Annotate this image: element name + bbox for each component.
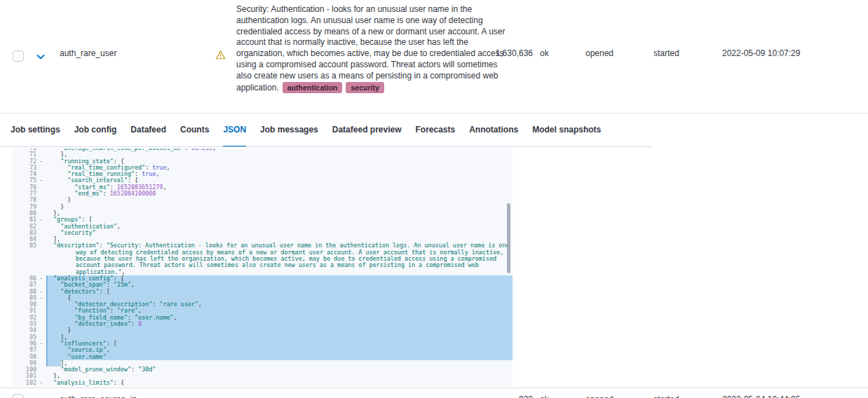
fold-toggle[interactable]: - — [36, 275, 46, 282]
tab-datafeed-preview[interactable]: Datafeed preview — [332, 114, 402, 147]
code-line: 88-"detectors": [ — [13, 289, 513, 295]
tab-json[interactable]: JSON — [223, 114, 246, 147]
tab-job-config[interactable]: Job config — [74, 114, 117, 147]
code-line: 83"security" — [13, 230, 513, 236]
code-line: 98"user.name" — [13, 354, 513, 360]
code-line: 94} — [13, 327, 513, 334]
code-text: "source.ip", — [46, 347, 513, 353]
datafeed-state: started — [653, 48, 679, 58]
line-number: 85 — [13, 242, 36, 275]
tabs-bottom-border — [0, 146, 652, 147]
fold-gutter — [36, 354, 46, 360]
memory-status: ok — [540, 48, 549, 58]
code-text: "security" — [46, 230, 513, 236]
code-text: }, — [46, 210, 513, 217]
row-divider — [0, 113, 868, 114]
code-text: } — [46, 197, 513, 203]
fold-gutter — [36, 236, 46, 242]
processed-records-count: 1,630,636 — [463, 48, 533, 58]
fold-gutter — [36, 184, 46, 191]
datafeed-state: started — [653, 394, 679, 398]
fold-gutter — [36, 308, 46, 314]
tab-annotations[interactable]: Annotations — [469, 114, 518, 147]
job-state: opened — [585, 48, 613, 58]
job-id: auth_rare_user — [60, 48, 116, 58]
code-text: "detectors": [ — [46, 289, 513, 295]
group-badge[interactable]: security — [346, 82, 384, 93]
code-text: "user.name" — [46, 354, 513, 360]
code-lines: 70"average_search_time_per_bucket_ms": 8… — [13, 149, 513, 386]
json-code-editor[interactable]: 70"average_search_time_per_bucket_ms": 8… — [13, 149, 513, 386]
fold-gutter — [36, 315, 46, 321]
row-checkbox[interactable] — [13, 50, 24, 62]
tab-forecasts[interactable]: Forecasts — [416, 114, 456, 147]
code-text: "model_prune_window": "30d" — [46, 366, 513, 373]
fold-gutter — [36, 165, 46, 171]
fold-gutter — [36, 347, 46, 353]
fold-gutter — [36, 321, 46, 327]
code-text: "description": "Security: Authentication… — [46, 242, 513, 275]
memory-status: ok — [540, 394, 549, 398]
code-line: 93"detector_index": 0 — [13, 321, 513, 327]
fold-toggle[interactable]: - — [36, 177, 46, 184]
warning-icon — [215, 50, 226, 60]
code-line: 79} — [13, 204, 513, 210]
tab-model-snapshots[interactable]: Model snapshots — [532, 114, 601, 147]
code-line: 77"end_ms": 1652084100000 — [13, 191, 513, 197]
latest-timestamp: 2022-05-09 10:07:29 — [722, 48, 800, 58]
code-text: "authentication", — [46, 224, 513, 230]
code-line: 85"description": "Security: Authenticati… — [13, 242, 513, 275]
panel-bottom-divider — [0, 387, 868, 388]
fold-gutter — [36, 230, 46, 236]
fold-toggle[interactable]: - — [36, 217, 46, 223]
fold-gutter — [36, 360, 46, 366]
group-badge[interactable]: authentication — [283, 82, 343, 93]
code-text: "end_ms": 1652084100000 — [46, 191, 513, 197]
table-row-clipped: auth_rare_source_ip 923 ok opened starte… — [0, 394, 868, 398]
latest-timestamp: 2022-05-04 10:44:05 — [722, 394, 800, 398]
tab-job-messages[interactable]: Job messages — [260, 114, 318, 147]
fold-toggle[interactable]: - — [36, 295, 46, 301]
fold-gutter — [36, 191, 46, 197]
fold-toggle[interactable]: - — [36, 380, 46, 386]
fold-gutter — [36, 301, 46, 308]
fold-gutter — [36, 197, 46, 203]
fold-gutter — [36, 204, 46, 210]
code-line: 100"model_prune_window": "30d" — [13, 366, 513, 373]
chevron-down-icon[interactable] — [35, 394, 46, 398]
chevron-down-icon[interactable] — [35, 51, 46, 62]
code-text: } — [46, 327, 513, 334]
code-text: "bucket_span": "15m", — [46, 282, 513, 288]
tab-job-settings[interactable]: Job settings — [11, 114, 60, 147]
code-text: } — [46, 204, 513, 210]
row-checkbox[interactable] — [13, 394, 24, 398]
fold-gutter — [36, 327, 46, 334]
job-id: auth_rare_source_ip — [60, 394, 137, 398]
fold-gutter — [36, 366, 46, 373]
tab-datafeed[interactable]: Datafeed — [130, 114, 166, 147]
code-text: "detector_index": 0 — [46, 321, 513, 327]
code-text: "influencers": [ — [46, 341, 513, 347]
fold-toggle[interactable]: - — [36, 341, 46, 347]
processed-records-count: 923 — [463, 394, 533, 398]
fold-gutter — [36, 242, 46, 275]
fold-gutter — [36, 224, 46, 230]
editor-scrollbar-thumb[interactable] — [507, 203, 510, 273]
job-detail-tabs: Job settingsJob configDatafeedCountsJSON… — [11, 114, 601, 147]
ml-jobs-page: auth_rare_user Security: Authentication … — [0, 0, 868, 398]
fold-toggle[interactable]: - — [36, 158, 46, 165]
tab-counts[interactable]: Counts — [180, 114, 209, 147]
code-line: 78} — [13, 197, 513, 203]
group-badges: authenticationsecurity — [279, 83, 384, 92]
job-state: opened — [585, 394, 613, 398]
